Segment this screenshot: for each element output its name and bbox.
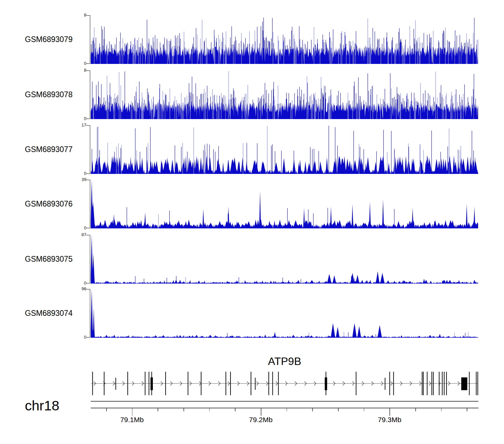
exon-line [255, 378, 256, 390]
y-axis-top-tick [86, 125, 90, 126]
exon-line [422, 372, 422, 395]
axis-minor-tick [209, 408, 210, 411]
exon-line [469, 372, 470, 395]
axis-minor-tick [312, 408, 313, 411]
exon-line [389, 372, 390, 395]
axis-minor-tick [364, 408, 365, 411]
axis-minor-tick [287, 408, 287, 411]
y-axis-line [90, 180, 90, 228]
y-axis-min-label: 0 [69, 61, 86, 66]
y-axis-min-label: 0 [69, 171, 86, 176]
exon-line [145, 372, 145, 395]
gene-name-title: ATP9B [91, 355, 478, 368]
exon-line [439, 372, 439, 395]
exon-line [444, 372, 445, 395]
exon-line [225, 372, 226, 395]
exon-line [188, 372, 188, 395]
exon-line [385, 378, 385, 390]
track-label: GSM6893076 [25, 199, 92, 209]
y-axis-max-label: 87 [69, 232, 86, 237]
axis-minor-tick [338, 408, 339, 411]
axis-tick-label: 79.3Mb [369, 416, 410, 424]
y-axis-max-label: 96 [69, 286, 86, 291]
axis-major-tick [261, 408, 261, 416]
exon-line [476, 372, 476, 395]
exon-line [230, 372, 231, 395]
track-label: GSM6893074 [25, 309, 92, 318]
coverage-plot [91, 125, 478, 174]
exon-line [92, 372, 93, 395]
coverage-plot [91, 289, 478, 338]
y-axis-min-label: 0 [69, 281, 86, 286]
y-axis-min-label: 0 [69, 116, 86, 121]
axis-minor-tick [158, 408, 158, 411]
coverage-plot [91, 15, 478, 64]
y-axis-line [90, 289, 90, 338]
exon-line [427, 372, 427, 395]
exon-line [272, 372, 273, 395]
y-axis-line [90, 235, 90, 284]
exon-line [278, 372, 279, 395]
axis-minor-tick [183, 408, 184, 411]
genome-axis-lower-line [91, 408, 478, 408]
exon-line [477, 372, 478, 395]
y-axis-bottom-tick [86, 283, 90, 284]
y-axis-top-tick [86, 289, 90, 290]
exon-line [151, 372, 152, 395]
axis-tick-label: 79.1Mb [112, 416, 152, 424]
axis-minor-tick [235, 408, 236, 411]
y-axis-min-label: 0 [69, 225, 86, 230]
exon-line [268, 372, 269, 395]
axis-minor-tick [467, 408, 467, 411]
axis-major-tick [132, 408, 133, 416]
axis-tick-label: 79.2Mb [241, 416, 281, 424]
y-axis-top-tick [86, 180, 90, 180]
y-axis-bottom-tick [86, 173, 90, 174]
exon-line [115, 378, 116, 390]
track-label: GSM6893078 [25, 90, 92, 99]
exon-line [431, 372, 432, 395]
exon-line [393, 372, 394, 395]
exon-line [251, 372, 251, 395]
exon-line [423, 372, 424, 395]
track-label: GSM6893079 [25, 35, 92, 44]
y-axis-line [90, 15, 90, 64]
y-axis-bottom-tick [86, 63, 90, 64]
coverage-plot [91, 70, 478, 119]
exon-box [461, 377, 467, 390]
axis-minor-tick [441, 408, 442, 411]
axis-major-tick [389, 408, 390, 416]
y-axis-bottom-tick [86, 228, 90, 228]
y-axis-top-tick [86, 235, 90, 235]
y-axis-min-label: 0 [69, 335, 86, 340]
exon-line [446, 372, 447, 395]
track-label: GSM6893077 [25, 145, 92, 154]
axis-minor-tick [106, 408, 107, 411]
y-axis-top-tick [86, 70, 90, 71]
exon-line [149, 372, 149, 395]
y-axis-bottom-tick [86, 337, 90, 338]
exon-line [442, 372, 443, 395]
y-axis-top-tick [86, 15, 90, 16]
exon-line [326, 372, 326, 395]
coverage-plot [91, 235, 478, 284]
exon-line [104, 372, 104, 395]
y-axis-max-label: 39 [69, 177, 86, 182]
axis-minor-tick [415, 408, 416, 411]
y-axis-line [90, 70, 90, 119]
y-axis-bottom-tick [86, 118, 90, 119]
track-label: GSM6893075 [25, 255, 92, 264]
exon-line [433, 372, 434, 395]
y-axis-max-label: 8 [69, 68, 86, 73]
chromosome-label: chr18 [25, 398, 59, 414]
exon-line [127, 372, 128, 395]
exon-line [356, 372, 356, 395]
gene-model-track [91, 368, 478, 399]
y-axis-line [90, 125, 90, 174]
y-axis-max-label: 17 [69, 122, 86, 127]
genome-axis-upper-line [91, 401, 478, 402]
y-axis-max-label: 8 [69, 12, 86, 17]
exon-line [165, 372, 166, 395]
genome-browser-figure: ATP9B chr18 GSM689307980GSM689307880GSM6… [0, 0, 504, 444]
coverage-plot [91, 180, 478, 228]
